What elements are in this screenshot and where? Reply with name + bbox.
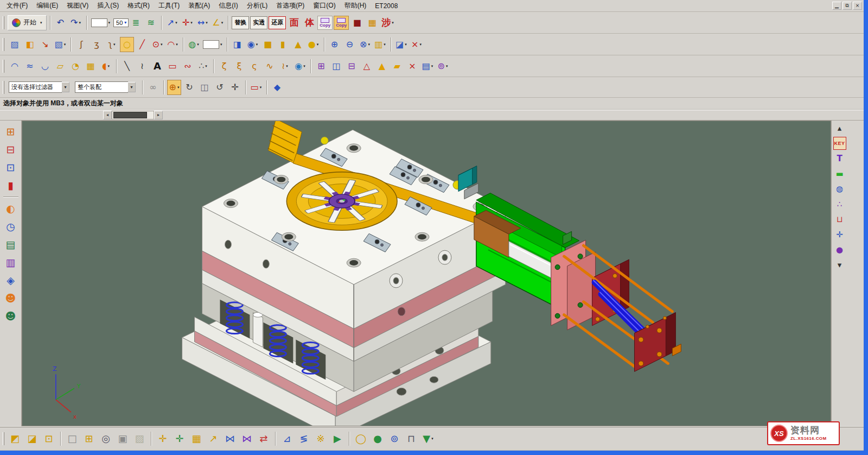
show-hide-component-icon[interactable]: □ — [65, 431, 80, 447]
dropdown-arrow-icon[interactable]: ▾ — [286, 64, 288, 68]
zoom-scale-dropdown[interactable]: 50▾ — [112, 15, 127, 30]
cleanup-icon[interactable]: ▨ — [132, 431, 147, 447]
copy-face-active-icon[interactable]: Copy — [334, 16, 349, 30]
check-regions-icon[interactable]: △ — [360, 59, 374, 74]
scroll-up-icon[interactable]: ▴ — [833, 122, 846, 135]
ruled-surface-icon[interactable]: ◠ — [8, 59, 22, 74]
menu-window[interactable]: 窗口(O) — [309, 0, 340, 11]
gold-block-icon[interactable]: ▦ — [365, 15, 379, 30]
pan-icon[interactable]: ✛ — [228, 80, 242, 95]
dropdown-arrow-icon[interactable]: ▾ — [124, 20, 126, 25]
rotate-view-icon[interactable]: ↻ — [182, 80, 196, 95]
interlocked-ring-icon[interactable]: ◯ — [353, 431, 368, 447]
datum-csys-icon[interactable]: ▧▾ — [53, 37, 67, 52]
selection-filter-dropdown[interactable]: 没有选择过滤器▾ — [8, 80, 71, 95]
studio-spline-icon[interactable]: ∾ — [181, 59, 195, 74]
vector-constructor-icon[interactable]: ↗▾ — [165, 15, 179, 30]
mirror-x-icon[interactable]: ⋈ — [222, 431, 238, 447]
scroll-left-button[interactable]: ◂ — [103, 111, 112, 119]
arrangements-dropdown-icon[interactable]: ▼▾ — [420, 431, 436, 447]
droplet-analysis-icon[interactable]: ◉▾ — [293, 59, 307, 74]
menu-tools[interactable]: 工具(T) — [154, 0, 184, 11]
menu-view[interactable]: 视图(V) — [62, 0, 93, 11]
dropdown-arrow-icon[interactable]: ▾ — [206, 21, 208, 25]
sphere-icon[interactable]: ●▾ — [307, 37, 321, 52]
dropdown-arrow-icon[interactable]: ▾ — [446, 64, 448, 68]
dropdown-arrow-icon[interactable]: ▾ — [260, 85, 262, 90]
unite-icon[interactable]: ⊕ — [328, 37, 342, 52]
menu-edit[interactable]: 编辑(E) — [32, 0, 62, 11]
blend-surface-icon[interactable]: ◔ — [68, 59, 82, 74]
dropdown-arrow-icon[interactable]: ▾ — [175, 21, 177, 25]
system-materials-icon[interactable]: ▤ — [2, 236, 20, 253]
section-curve-icon[interactable]: ʅ▾ — [105, 37, 119, 52]
dropdown-arrow-icon[interactable]: ▾ — [113, 42, 116, 47]
layer-settings-icon[interactable]: ≣ — [129, 15, 143, 30]
selection-scope-dropdown[interactable]: 整个装配▾ — [74, 80, 137, 95]
menu-insert[interactable]: 插入(S) — [93, 0, 123, 11]
add-component-icon[interactable]: ✛ — [155, 431, 170, 447]
flatten-face-icon[interactable]: ▰ — [390, 59, 404, 74]
basic-line-icon[interactable]: ╲ — [120, 59, 134, 74]
component-select-icon[interactable]: ⊡ — [41, 431, 56, 447]
roles-icon[interactable]: ☻ — [2, 289, 20, 307]
shaded-cube-icon[interactable]: ◫ — [197, 80, 212, 95]
extrude-icon[interactable]: ◨ — [231, 37, 245, 52]
feature-dropdown[interactable]: ▾ — [202, 37, 224, 52]
deviation-gauge-icon[interactable]: ⊚▾ — [436, 59, 450, 74]
move-to-layer-icon[interactable]: ≋ — [144, 15, 158, 30]
cone-icon[interactable]: ▲ — [291, 37, 305, 52]
new-component-icon[interactable]: ✛ — [172, 431, 187, 447]
user-groups-icon[interactable]: ☻ — [2, 307, 20, 325]
gray-cubes-icon[interactable]: ▣ — [115, 431, 130, 447]
copy-face-icon[interactable]: Copy — [317, 16, 333, 30]
dropdown-arrow-icon[interactable]: ▾ — [221, 21, 224, 25]
undo-icon[interactable]: ↶ — [54, 15, 68, 30]
dropdown-arrow-icon[interactable]: ▾ — [40, 21, 42, 25]
assembly-constraints-icon[interactable]: ⊿ — [279, 431, 295, 447]
dropdown-arrow-icon[interactable]: ▾ — [177, 85, 180, 90]
sphere-boolean-icon[interactable]: ◍▾ — [187, 37, 201, 52]
marquee-select-icon[interactable]: ▭▾ — [249, 80, 263, 95]
circle-icon[interactable]: ⊙▾ — [150, 37, 164, 52]
dropdown-arrow-icon[interactable]: ▾ — [431, 437, 433, 441]
mold-dots-icon[interactable]: ∴ — [833, 198, 846, 211]
dropdown-arrow-icon[interactable]: ▾ — [127, 82, 136, 92]
menu-information[interactable]: 信息(I) — [214, 0, 242, 11]
process-studio-icon[interactable]: ▥ — [2, 254, 20, 271]
restore-button[interactable]: 还原 — [269, 16, 286, 29]
reuse-library-icon[interactable]: ▮ — [2, 176, 20, 194]
display-style-dropdown[interactable]: ▾ — [90, 15, 112, 30]
point-set-icon[interactable]: ∴▾ — [196, 59, 210, 74]
replace-component-icon[interactable]: ⇄ — [256, 431, 271, 447]
point-constructor-icon[interactable]: ✛▾ — [180, 15, 194, 30]
analysis-sphere-icon[interactable]: ● — [370, 431, 385, 447]
polyline-icon[interactable]: ≀ — [135, 59, 149, 74]
dropdown-arrow-icon[interactable]: ▾ — [405, 42, 407, 47]
project-curve-icon[interactable]: ∿ — [263, 59, 277, 74]
menu-analysis[interactable]: 分析(L) — [242, 0, 272, 11]
restore-button[interactable]: ⧉ — [843, 2, 852, 10]
scroll-right-button[interactable]: ▸ — [154, 111, 163, 119]
redo-icon[interactable]: ↷▾ — [69, 15, 83, 30]
locating-ring-disc[interactable] — [286, 172, 397, 231]
toolbar-grip[interactable] — [3, 16, 4, 29]
n-sided-surface-icon[interactable]: ◖▾ — [99, 59, 113, 74]
cylinder-icon[interactable]: ▮ — [276, 37, 290, 52]
dropdown-arrow-icon[interactable]: ▾ — [205, 64, 207, 68]
curve-length-icon[interactable]: ς — [247, 59, 261, 74]
snap-point-icon[interactable]: ⊕▾ — [167, 80, 181, 95]
mirror-assembly-icon[interactable]: ⋈ — [239, 431, 254, 447]
dropdown-arrow-icon[interactable]: ▾ — [317, 42, 319, 47]
text-icon[interactable]: A — [150, 59, 164, 74]
constraint-navigator-icon[interactable]: ⊟ — [2, 141, 20, 158]
dropdown-arrow-icon[interactable]: ▾ — [176, 42, 178, 47]
iso-view-cube-icon[interactable]: ◆ — [270, 80, 284, 95]
find-component-icon[interactable]: ◩ — [8, 431, 23, 447]
trim-body-icon[interactable]: ◪▾ — [394, 37, 409, 52]
manufacturing-wizard-icon[interactable]: ◈ — [2, 271, 20, 289]
pattern-icon[interactable]: ▨ — [8, 37, 22, 52]
dropdown-arrow-icon[interactable]: ▾ — [392, 21, 394, 25]
test-tube-icon[interactable]: ⊔ — [833, 213, 846, 226]
sequence-icon[interactable]: ▶ — [330, 431, 345, 447]
